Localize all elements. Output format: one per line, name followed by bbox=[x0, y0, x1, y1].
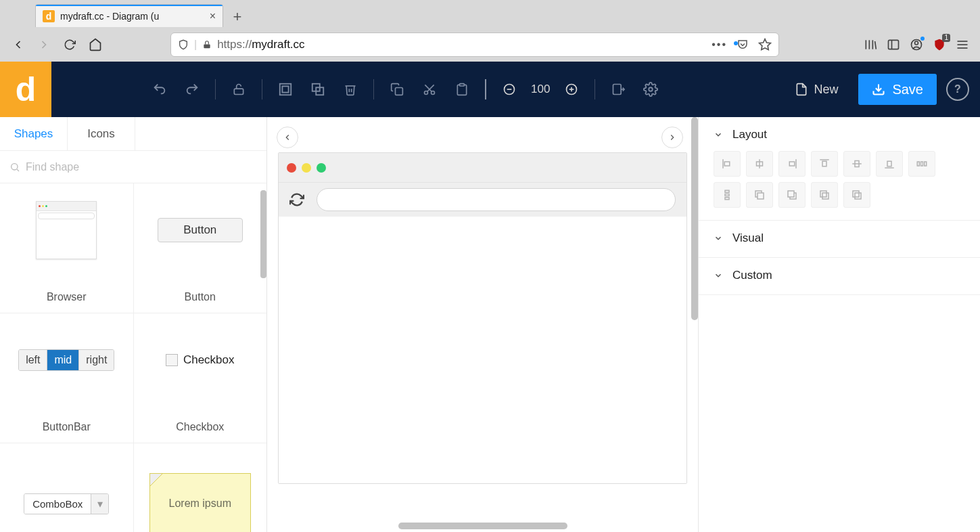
app-logo[interactable]: d bbox=[0, 62, 51, 117]
svg-rect-25 bbox=[460, 84, 465, 86]
mock-content bbox=[279, 217, 686, 483]
zoom-out-button[interactable] bbox=[496, 76, 523, 103]
shield-icon[interactable] bbox=[178, 39, 189, 51]
address-row: | https://mydraft.cc ••• 1 bbox=[0, 27, 980, 62]
align-top-button[interactable] bbox=[811, 151, 838, 177]
close-icon[interactable]: × bbox=[210, 10, 216, 22]
svg-point-32 bbox=[649, 87, 653, 91]
shape-cell-combobox[interactable]: ComboBox ▾ bbox=[0, 443, 134, 532]
more-icon[interactable]: ••• bbox=[711, 39, 727, 51]
zoom-value: 100 bbox=[531, 83, 550, 96]
canvas[interactable] bbox=[278, 152, 687, 484]
shape-cell-browser[interactable]: Browser bbox=[0, 183, 134, 313]
checkbox-preview: Checkbox bbox=[166, 353, 235, 367]
shapes-grid: Browser Button Button left mid right bbox=[0, 183, 266, 532]
ungroup-button[interactable] bbox=[304, 76, 331, 103]
bring-forward-button[interactable] bbox=[746, 182, 773, 208]
lock-button[interactable] bbox=[225, 76, 252, 103]
cut-button[interactable] bbox=[416, 76, 443, 103]
svg-rect-31 bbox=[613, 85, 622, 95]
account-icon[interactable] bbox=[910, 38, 923, 51]
svg-rect-6 bbox=[889, 40, 899, 49]
note-preview: Lorem ipsum bbox=[149, 473, 251, 532]
group-button[interactable] bbox=[272, 76, 299, 103]
home-button[interactable] bbox=[84, 33, 107, 56]
new-button[interactable]: New bbox=[784, 74, 849, 104]
bookmark-star-icon[interactable] bbox=[758, 38, 772, 51]
forward-button[interactable] bbox=[32, 33, 55, 56]
reload-button[interactable] bbox=[58, 33, 81, 56]
mock-url-input bbox=[317, 188, 676, 211]
svg-rect-50 bbox=[925, 162, 927, 166]
svg-point-9 bbox=[915, 41, 918, 45]
chevron-down-icon bbox=[714, 130, 723, 139]
section-header-visual[interactable]: Visual bbox=[714, 231, 965, 245]
align-left-button[interactable] bbox=[714, 151, 741, 177]
svg-point-34 bbox=[11, 163, 18, 169]
undo-button[interactable] bbox=[146, 76, 173, 103]
svg-rect-43 bbox=[822, 161, 826, 167]
tab-strip: d mydraft.cc - Diagram (u × + bbox=[0, 0, 980, 27]
shape-cell-note[interactable]: Lorem ipsum bbox=[134, 443, 267, 532]
search-icon bbox=[9, 162, 20, 173]
tab-shapes[interactable]: Shapes bbox=[0, 117, 68, 150]
browser-tab[interactable]: d mydraft.cc - Diagram (u × bbox=[35, 4, 223, 27]
save-button[interactable]: Save bbox=[858, 74, 937, 105]
section-layout: Layout bbox=[699, 117, 980, 221]
bring-front-button[interactable] bbox=[778, 182, 806, 208]
align-right-button[interactable] bbox=[778, 151, 806, 177]
hamburger-icon[interactable] bbox=[956, 38, 969, 51]
help-button[interactable]: ? bbox=[946, 78, 969, 101]
next-page-button[interactable] bbox=[661, 127, 683, 148]
new-tab-button[interactable]: + bbox=[227, 7, 248, 27]
redo-button[interactable] bbox=[179, 76, 206, 103]
align-bottom-button[interactable] bbox=[876, 151, 903, 177]
zoom-in-button[interactable] bbox=[558, 76, 585, 103]
main-layout: Shapes Icons Browser bbox=[0, 117, 980, 532]
paste-button[interactable] bbox=[448, 76, 475, 103]
shape-search-input[interactable] bbox=[26, 161, 257, 173]
tab-icons[interactable]: Icons bbox=[68, 117, 135, 150]
prev-page-button[interactable] bbox=[277, 127, 298, 148]
mock-url-row bbox=[279, 183, 686, 217]
shape-cell-button[interactable]: Button Button bbox=[134, 183, 267, 313]
tab-title: mydraft.cc - Diagram (u bbox=[60, 11, 204, 22]
svg-rect-14 bbox=[280, 84, 291, 95]
settings-button[interactable] bbox=[637, 76, 664, 103]
lock-icon[interactable] bbox=[202, 39, 212, 50]
left-tabs: Shapes Icons bbox=[0, 117, 266, 151]
ublock-icon[interactable]: 1 bbox=[933, 38, 946, 51]
align-center-h-button[interactable] bbox=[746, 151, 773, 177]
section-visual: Visual bbox=[699, 221, 980, 258]
canvas-vscrollbar[interactable] bbox=[691, 117, 698, 320]
tab-favicon: d bbox=[43, 10, 55, 22]
svg-rect-0 bbox=[204, 44, 210, 48]
sidebar-icon[interactable] bbox=[887, 38, 900, 51]
send-back-button[interactable] bbox=[843, 182, 870, 208]
distribute-v-button[interactable] bbox=[714, 182, 741, 208]
chevron-down-icon bbox=[714, 271, 723, 280]
export-button[interactable] bbox=[605, 76, 632, 103]
svg-rect-20 bbox=[396, 88, 403, 95]
canvas-hscrollbar[interactable] bbox=[398, 523, 567, 529]
browser-preview bbox=[36, 201, 97, 259]
shape-cell-buttonbar[interactable]: left mid right ButtonBar bbox=[0, 313, 134, 443]
copy-button[interactable] bbox=[383, 76, 411, 103]
send-backward-button[interactable] bbox=[811, 182, 838, 208]
svg-rect-15 bbox=[282, 86, 288, 92]
url-text: https://mydraft.cc bbox=[217, 38, 304, 51]
section-header-custom[interactable]: Custom bbox=[714, 269, 965, 282]
left-scrollbar[interactable] bbox=[260, 190, 266, 278]
chevron-down-icon bbox=[714, 234, 723, 243]
address-bar[interactable]: | https://mydraft.cc ••• bbox=[170, 32, 779, 57]
refresh-icon bbox=[289, 192, 304, 207]
library-icon[interactable] bbox=[864, 38, 877, 51]
align-center-v-button[interactable] bbox=[843, 151, 870, 177]
section-custom: Custom bbox=[699, 258, 980, 295]
section-header-layout[interactable]: Layout bbox=[714, 128, 965, 141]
distribute-h-button[interactable] bbox=[908, 151, 935, 177]
delete-button[interactable] bbox=[337, 76, 364, 103]
shape-cell-checkbox[interactable]: Checkbox Checkbox bbox=[134, 313, 267, 443]
back-button[interactable] bbox=[7, 33, 30, 56]
pocket-icon[interactable] bbox=[737, 39, 749, 51]
